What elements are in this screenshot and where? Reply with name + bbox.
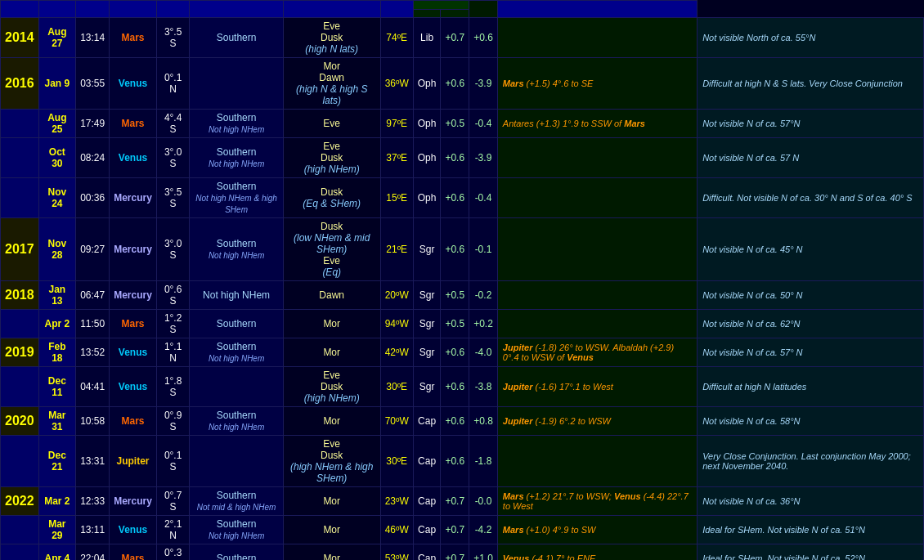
fav-cell: SouthernNot high NHem: [190, 218, 283, 281]
fav-header: [156, 1, 190, 18]
when-cell: Mor: [283, 516, 380, 544]
planet-mag-cell: -0.0: [469, 487, 498, 516]
fav-cell: SouthernNot high NHem & high SHem: [190, 178, 283, 218]
sep-cell: 1°.1 N: [156, 338, 190, 367]
planet-cell: Mars: [110, 544, 157, 561]
sep-header: [110, 1, 157, 18]
sep-cell: 3°.5 S: [156, 178, 190, 218]
sep-cell: 0°.1 N: [156, 58, 190, 110]
when-header: [190, 1, 283, 18]
notes-cell: Difficult at high N latitudes: [697, 367, 924, 407]
saturn-mag-cell: +0.6: [441, 367, 469, 407]
fav-cell: SouthernNot high NHem: [190, 516, 283, 544]
fav-cell: SouthernNot mid & high NHem: [190, 487, 283, 516]
saturn-mag-cell: +0.7: [441, 544, 469, 561]
solar-cell: 94ºW: [380, 310, 413, 338]
saturn-mag-cell: +0.5: [441, 310, 469, 338]
planet-cell: Venus: [110, 516, 157, 544]
solar-cell: 74ºE: [380, 18, 413, 58]
year-cell: 2014: [1, 18, 39, 58]
date-cell: Mar 29: [38, 516, 76, 544]
fav-cell: SouthernNot high NHem: [190, 407, 283, 436]
app-mag-header: [413, 1, 469, 10]
saturn-subheader: [413, 9, 441, 18]
notes-header: [497, 1, 697, 18]
when-cell: EveDusk(high NHem): [283, 367, 380, 407]
when-cell: Mor: [283, 544, 380, 561]
con-cell: Cap: [413, 487, 441, 516]
fav-cell: [190, 367, 283, 407]
year-cell-empty: [1, 138, 39, 178]
notes-cell: Difficult at high N & S lats. Very Close…: [697, 58, 924, 110]
notes-cell: Not visible N of ca. 57 N: [697, 138, 924, 178]
planet-cell: Mars: [110, 110, 157, 138]
con-cell: Sgr: [413, 281, 441, 310]
planet-cell: Mercury: [110, 178, 157, 218]
con-cell: Oph: [413, 58, 441, 110]
nearby-cell: Antares (+1.3) 1°.9 to SSW of Mars: [497, 110, 697, 138]
sep-cell: 3°.5 S: [156, 18, 190, 58]
planet-mag-cell: +0.8: [469, 407, 498, 436]
solar-cell: 30ºE: [380, 436, 413, 487]
con-cell: Sgr: [413, 218, 441, 281]
when-cell: MorDawn(high N & high S lats): [283, 58, 380, 110]
solar-cell: 97ºE: [380, 110, 413, 138]
fav-cell: Southern: [190, 544, 283, 561]
sep-cell: 0°.9 S: [156, 407, 190, 436]
date-cell: Dec 21: [38, 436, 76, 487]
nearby-cell: [497, 138, 697, 178]
planet-cell: Venus: [110, 138, 157, 178]
planet-mag-cell: +0.2: [469, 310, 498, 338]
year-cell: 2016: [1, 58, 39, 110]
planet-cell: Jupiter: [110, 436, 157, 487]
solar-cell: 21ºE: [380, 218, 413, 281]
saturn-mag-cell: +0.6: [441, 436, 469, 487]
planet-mag-cell: +0.6: [469, 18, 498, 58]
sep-cell: 2°.1 N: [156, 516, 190, 544]
when-cell: EveDusk(high NHem & high SHem): [283, 436, 380, 487]
solar-cell: 70ºW: [380, 407, 413, 436]
sep-cell: 0°.3 S: [156, 544, 190, 561]
date-cell: Apr 2: [38, 310, 76, 338]
sep-cell: 3°.0 S: [156, 218, 190, 281]
planet-mag-cell: +1.0: [469, 544, 498, 561]
ut-cell: 00:36: [76, 178, 110, 218]
solar-cell: 42ºW: [380, 338, 413, 367]
ut-cell: 13:31: [76, 436, 110, 487]
planet-mag-cell: -4.0: [469, 338, 498, 367]
ut-cell: 04:41: [76, 367, 110, 407]
when-cell: Dusk(low NHem & mid SHem)Eve(Eq): [283, 218, 380, 281]
planet-cell: Mars: [110, 407, 157, 436]
date-cell: Jan 13: [38, 281, 76, 310]
nearby-cell: Mars (+1.0) 4°.9 to SW: [497, 516, 697, 544]
sep-cell: 1°.2 S: [156, 310, 190, 338]
planet-mag-cell: -1.8: [469, 436, 498, 487]
date-cell: Mar 2: [38, 487, 76, 516]
notes-cell: Not visible N of ca. 57°N: [697, 110, 924, 138]
sep-cell: 0°.1 S: [156, 436, 190, 487]
con-cell: Cap: [413, 407, 441, 436]
fav-cell: SouthernNot high NHem: [190, 338, 283, 367]
saturn-mag-cell: +0.6: [441, 407, 469, 436]
saturn-mag-cell: +0.7: [441, 18, 469, 58]
saturn-mag-cell: +0.7: [441, 487, 469, 516]
planet-mag-cell: -0.4: [469, 110, 498, 138]
year-cell-empty: [1, 110, 39, 138]
ut-cell: 11:50: [76, 310, 110, 338]
solar-cell: 37ºE: [380, 138, 413, 178]
notes-cell: Not visible N of ca. 36°N: [697, 487, 924, 516]
ut-cell: 08:24: [76, 138, 110, 178]
ut-header: [38, 1, 76, 18]
nearby-cell: [497, 281, 697, 310]
con-cell: Cap: [413, 544, 441, 561]
nearby-cell: Venus (-4.1) 7° to ENE: [497, 544, 697, 561]
date-cell: Apr 4: [38, 544, 76, 561]
when-cell: Mor: [283, 338, 380, 367]
notes-cell: Ideal for SHem. Not visible N of ca. 51°…: [697, 516, 924, 544]
saturn-mag-cell: +0.5: [441, 110, 469, 138]
date-cell: Dec 11: [38, 367, 76, 407]
con-cell: Oph: [413, 138, 441, 178]
notes-cell: Not visible N of ca. 50° N: [697, 281, 924, 310]
planet-mag-cell: -0.4: [469, 178, 498, 218]
con-cell: Sgr: [413, 367, 441, 407]
